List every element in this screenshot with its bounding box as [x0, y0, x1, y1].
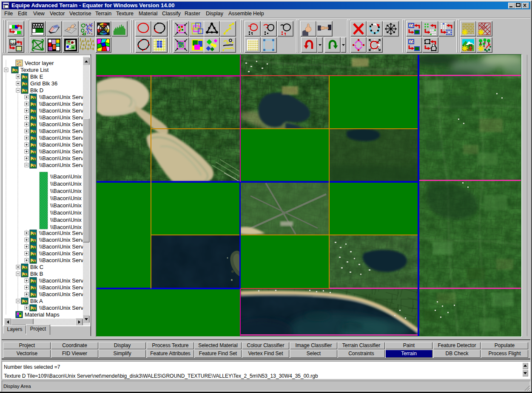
- svg-text:\\Bacon\Unix Server': \\Bacon\Unix Server': [39, 148, 89, 155]
- svg-text:\\Bacon\Unix Server': \\Bacon\Unix Server': [39, 101, 89, 107]
- svg-text:\\Bacon\Unix Server': \\Bacon\Unix Server': [39, 155, 89, 161]
- svg-text:\\Bacon\Unix Server': \\Bacon\Unix Server': [39, 305, 89, 311]
- svg-text:\\Bacon\Unix Server': \\Bacon\Unix Server': [39, 141, 89, 148]
- svg-text:Blk E: Blk E: [30, 74, 43, 80]
- svg-text:NAN: NAN: [10, 42, 17, 45]
- svg-text:\\Bacon\Unix Server': \\Bacon\Unix Server': [39, 284, 89, 291]
- svg-text:\\Bacon\Unix Server': \\Bacon\Unix Server': [39, 94, 89, 100]
- svg-text:Blk C: Blk C: [30, 264, 43, 270]
- svg-text:\\Bacon\Unix Server': \\Bacon\Unix Server': [39, 135, 89, 141]
- svg-text:\\Bacon\Unix Server': \\Bacon\Unix Server': [39, 114, 89, 121]
- svg-text:Texture List: Texture List: [20, 67, 49, 73]
- svg-text:\\Bacon\Unix Server': \\Bacon\Unix Server': [39, 230, 89, 236]
- svg-text:Grid Blk 36: Grid Blk 36: [30, 80, 57, 87]
- svg-text:Blk D: Blk D: [30, 87, 43, 93]
- svg-text:Material Maps: Material Maps: [25, 311, 60, 318]
- svg-text:\\Bacon\Unix Server': \\Bacon\Unix Server': [39, 128, 89, 134]
- svg-text:\\Bacon\Unix Server': \\Bacon\Unix Server': [39, 243, 89, 250]
- svg-text:Blk B: Blk B: [30, 271, 43, 277]
- svg-text:\\Bacon\Unix Server': \\Bacon\Unix Server': [39, 257, 89, 263]
- svg-text:Blk A: Blk A: [30, 298, 43, 304]
- svg-text:\\Bacon\Unix Server': \\Bacon\Unix Server': [39, 250, 89, 257]
- svg-text:Vector layer: Vector layer: [25, 60, 54, 66]
- svg-text:\\Bacon\Unix Server': \\Bacon\Unix Server': [39, 107, 89, 114]
- svg-text:\\Bacon\Unix Server': \\Bacon\Unix Server': [39, 121, 89, 127]
- svg-text:\\Bacon\Unix Server': \\Bacon\Unix Server': [39, 277, 89, 284]
- svg-text:\\Bacon\Unix Server': \\Bacon\Unix Server': [39, 291, 89, 297]
- svg-text:\\Bacon\Unix Server': \\Bacon\Unix Server': [39, 237, 89, 243]
- svg-text:\\Bacon\Unix Server': \\Bacon\Unix Server': [39, 162, 89, 168]
